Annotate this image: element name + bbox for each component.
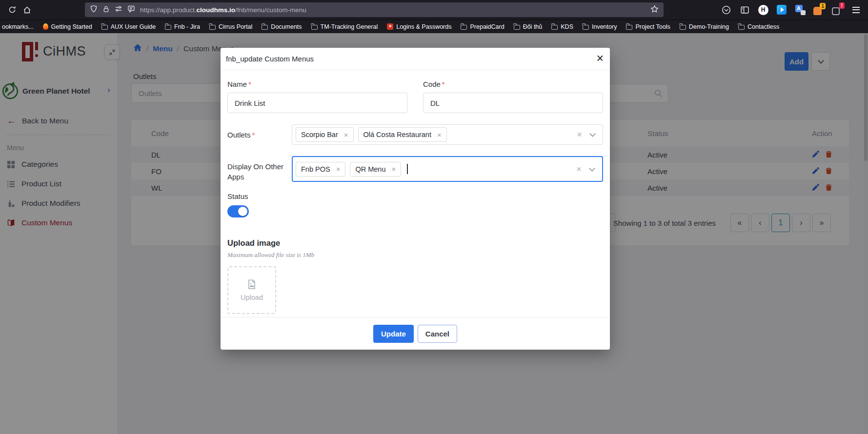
bookmark-item[interactable]: Inventory bbox=[583, 23, 617, 30]
folder-icon bbox=[738, 25, 745, 30]
outlet-tag: Olá Costa Restaurant× bbox=[358, 127, 447, 142]
clear-all-icon[interactable]: × bbox=[577, 129, 582, 140]
bookmark-item[interactable]: TM-Tracking General bbox=[311, 23, 378, 30]
bookmark-item[interactable]: KDS bbox=[551, 23, 573, 30]
share-extension-icon[interactable] bbox=[774, 2, 789, 17]
modal-header: fnb_update Custom Menus × bbox=[221, 48, 610, 70]
bookmark-item[interactable]: Demo-Training bbox=[680, 23, 729, 30]
bookmarks-bar: ookmarks... Getting Started AUX User Gui… bbox=[0, 20, 868, 33]
fire-icon bbox=[43, 23, 48, 30]
upload-size-note: Maximum allowed file size is 1Mb bbox=[227, 251, 605, 259]
translate-extension-icon[interactable]: A bbox=[793, 2, 807, 17]
browser-toolbar-icons: H A 1 ! bbox=[719, 2, 863, 17]
screenshot-extension-icon[interactable]: ! bbox=[830, 2, 845, 17]
folder-icon bbox=[583, 25, 589, 30]
home-icon[interactable] bbox=[20, 2, 34, 17]
folder-icon bbox=[165, 25, 171, 30]
pocket-icon[interactable] bbox=[719, 2, 733, 17]
sidebar-toggle-icon[interactable] bbox=[737, 2, 752, 17]
clear-all-icon[interactable]: × bbox=[576, 164, 582, 175]
folder-icon bbox=[680, 25, 686, 30]
upload-button-label: Upload bbox=[241, 294, 263, 301]
reload-icon[interactable] bbox=[5, 2, 20, 17]
folder-icon bbox=[551, 25, 558, 30]
folder-icon bbox=[311, 25, 318, 30]
app-tag: QR Menu× bbox=[350, 162, 401, 177]
required-asterisk: * bbox=[442, 80, 445, 88]
required-asterisk: * bbox=[248, 80, 251, 88]
code-label: Code* bbox=[423, 80, 603, 88]
bookmark-item[interactable]: Cirrus Portal bbox=[209, 23, 252, 30]
name-field[interactable] bbox=[227, 93, 407, 113]
app-viewport: CiHMS Green Planet Hotel › ← Back to Men… bbox=[0, 33, 868, 434]
folder-icon bbox=[461, 25, 467, 30]
name-label: Name* bbox=[227, 80, 407, 88]
bookmark-item[interactable]: AUX User Guide bbox=[101, 23, 156, 30]
status-toggle[interactable] bbox=[227, 205, 249, 217]
bookmark-item[interactable]: ookmarks... bbox=[2, 23, 34, 30]
menu-hamburger-icon[interactable] bbox=[848, 2, 863, 17]
code-field[interactable] bbox=[423, 93, 603, 113]
modal-title: fnb_update Custom Menus bbox=[226, 55, 314, 63]
cancel-button[interactable]: Cancel bbox=[418, 325, 457, 343]
bookmark-item[interactable]: Project Tools bbox=[626, 23, 670, 30]
notes-icon[interactable] bbox=[127, 5, 135, 15]
close-icon[interactable]: × bbox=[596, 51, 604, 65]
modal-footer: Update Cancel bbox=[221, 317, 610, 350]
url-text: https://app.product.cloudhms.io/fnb/menu… bbox=[140, 6, 646, 14]
chevron-down-icon[interactable] bbox=[589, 131, 596, 137]
toggle-knob bbox=[238, 207, 247, 216]
update-button[interactable]: Update bbox=[373, 325, 414, 343]
lock-icon[interactable] bbox=[102, 5, 110, 15]
outlet-tag: Scorpio Bar× bbox=[296, 127, 354, 142]
outlets-multiselect[interactable]: Scorpio Bar× Olá Costa Restaurant× × bbox=[292, 124, 603, 145]
passwords-icon: * bbox=[387, 23, 393, 30]
chevron-down-icon[interactable] bbox=[589, 165, 595, 172]
folder-icon bbox=[514, 25, 520, 30]
screen: https://app.product.cloudhms.io/fnb/menu… bbox=[0, 0, 868, 434]
bookmark-item[interactable]: Contactless bbox=[738, 23, 779, 30]
display-apps-multiselect[interactable]: Fnb POS× QR Menu× × bbox=[292, 156, 603, 182]
bookmark-star-icon[interactable] bbox=[650, 5, 659, 15]
image-file-icon bbox=[246, 279, 257, 290]
update-custom-menus-modal: fnb_update Custom Menus × Name* Code* Ou… bbox=[221, 48, 610, 350]
bookmark-item[interactable]: Đối thủ bbox=[514, 23, 543, 30]
app-tag: Fnb POS× bbox=[296, 162, 345, 177]
browser-nav-bar: https://app.product.cloudhms.io/fnb/menu… bbox=[0, 0, 868, 20]
folder-icon bbox=[262, 25, 268, 30]
shield-icon[interactable] bbox=[90, 5, 98, 15]
glove-extension-icon[interactable]: 1 bbox=[811, 2, 826, 17]
upload-dropzone[interactable]: Upload bbox=[227, 266, 276, 314]
tag-remove-icon[interactable]: × bbox=[336, 165, 341, 173]
bookmark-item[interactable]: *Logins & Passwords bbox=[387, 23, 451, 30]
text-cursor bbox=[407, 164, 408, 174]
folder-icon bbox=[101, 25, 108, 30]
permissions-icon[interactable] bbox=[115, 5, 122, 15]
bookmark-item[interactable]: PrepaidCard bbox=[461, 23, 504, 30]
bookmark-item[interactable]: Fnb - Jira bbox=[165, 23, 200, 30]
folder-icon bbox=[209, 25, 216, 30]
modal-body: Name* Code* Outlets* Scorpio Bar× Olá Co… bbox=[221, 70, 610, 314]
bookmark-item[interactable]: Documents bbox=[262, 23, 302, 30]
account-avatar[interactable]: H bbox=[756, 2, 770, 17]
folder-icon bbox=[626, 25, 632, 30]
upload-image-title: Upload image bbox=[227, 238, 605, 248]
bookmark-item[interactable]: Getting Started bbox=[43, 23, 92, 30]
outlets-label: Outlets* bbox=[227, 124, 292, 145]
required-asterisk: * bbox=[252, 131, 255, 139]
tag-remove-icon[interactable]: × bbox=[437, 131, 442, 139]
display-on-other-apps-label: Display On Other Apps bbox=[227, 156, 292, 182]
status-label: Status bbox=[227, 192, 605, 200]
tag-remove-icon[interactable]: × bbox=[344, 131, 348, 139]
url-bar[interactable]: https://app.product.cloudhms.io/fnb/menu… bbox=[85, 2, 664, 17]
tag-remove-icon[interactable]: × bbox=[391, 165, 396, 173]
